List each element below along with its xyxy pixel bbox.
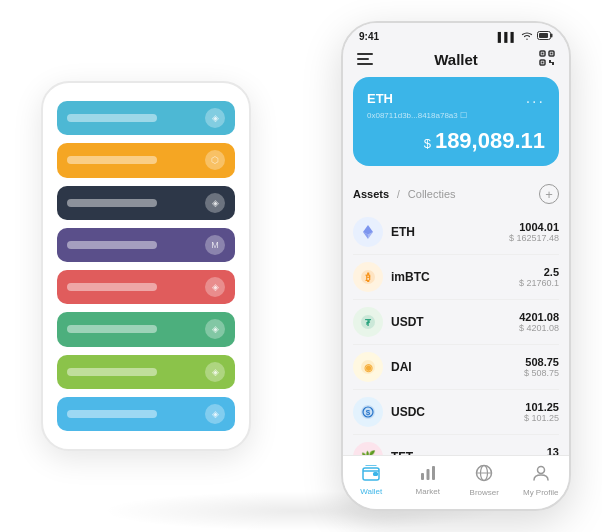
asset-item-eth[interactable]: ETH 1004.01 $ 162517.48 xyxy=(353,210,559,255)
card-text-3 xyxy=(67,199,157,207)
card-text-5 xyxy=(67,283,157,291)
wallet-card-1[interactable]: ◈ xyxy=(57,101,235,135)
card-icon-1: ◈ xyxy=(205,108,225,128)
tft-amounts: 13 0 xyxy=(547,446,559,455)
svg-rect-1 xyxy=(539,33,548,38)
card-text-6 xyxy=(67,325,157,333)
usdc-usd: $ 101.25 xyxy=(524,413,559,423)
eth-usd: $ 162517.48 xyxy=(509,233,559,243)
usdc-amounts: 101.25 $ 101.25 xyxy=(524,401,559,423)
svg-text:₿: ₿ xyxy=(365,272,371,283)
assets-header: Assets / Collecties + xyxy=(353,176,559,210)
imbtc-asset-name: imBTC xyxy=(391,270,519,284)
svg-rect-25 xyxy=(373,472,378,476)
status-time: 9:41 xyxy=(359,31,379,42)
menu-icon[interactable] xyxy=(357,51,373,69)
wallet-card-4[interactable]: M xyxy=(57,228,235,262)
svg-rect-27 xyxy=(426,469,429,480)
asset-item-imbtc[interactable]: ₿ imBTC 2.5 $ 21760.1 xyxy=(353,255,559,300)
imbtc-coin-icon: ₿ xyxy=(353,262,383,292)
dai-usd: $ 508.75 xyxy=(524,368,559,378)
browser-nav-icon xyxy=(475,464,493,486)
usdc-amount: 101.25 xyxy=(524,401,559,413)
wallet-card-5[interactable]: ◈ xyxy=(57,270,235,304)
scene: ◈ ⬡ ◈ M ◈ ◈ ◈ ◈ xyxy=(11,11,591,521)
eth-coin-icon xyxy=(353,217,383,247)
wifi-icon xyxy=(521,31,533,42)
market-nav-icon xyxy=(419,465,437,485)
profile-nav-icon xyxy=(532,464,550,486)
market-nav-label: Market xyxy=(416,487,440,496)
battery-icon xyxy=(537,31,553,42)
add-asset-button[interactable]: + xyxy=(539,184,559,204)
svg-rect-5 xyxy=(357,63,373,65)
wallet-card-7[interactable]: ◈ xyxy=(57,355,235,389)
profile-nav-label: My Profile xyxy=(523,488,559,497)
card-icon-4: M xyxy=(205,235,225,255)
eth-address: 0x08711d3b...8418a78a3 ☐ xyxy=(367,111,545,120)
usdt-amounts: 4201.08 $ 4201.08 xyxy=(519,311,559,333)
currency-symbol: $ xyxy=(424,136,431,151)
dai-amounts: 508.75 $ 508.75 xyxy=(524,356,559,378)
nav-market[interactable]: Market xyxy=(406,465,450,496)
card-text-1 xyxy=(67,114,157,122)
card-icon-2: ⬡ xyxy=(205,150,225,170)
nav-profile[interactable]: My Profile xyxy=(519,464,563,497)
bottom-nav: Wallet Market Browser My Profile xyxy=(343,455,569,509)
svg-rect-9 xyxy=(542,53,544,55)
wallet-card-6[interactable]: ◈ xyxy=(57,312,235,346)
wallet-nav-label: Wallet xyxy=(360,487,382,496)
card-icon-7: ◈ xyxy=(205,362,225,382)
imbtc-amount: 2.5 xyxy=(519,266,559,278)
wallet-card-8[interactable]: ◈ xyxy=(57,397,235,431)
scan-icon[interactable] xyxy=(539,50,555,69)
dai-asset-name: DAI xyxy=(391,360,524,374)
svg-rect-4 xyxy=(357,58,369,60)
signal-icon: ▌▌▌ xyxy=(498,32,517,42)
usdt-asset-name: USDT xyxy=(391,315,519,329)
tft-amount: 13 xyxy=(547,446,559,455)
svg-rect-11 xyxy=(542,62,544,64)
eth-card[interactable]: ETH ... 0x08711d3b...8418a78a3 ☐ $189,08… xyxy=(353,77,559,166)
nav-browser[interactable]: Browser xyxy=(462,464,506,497)
svg-rect-26 xyxy=(421,473,424,480)
card-text-8 xyxy=(67,410,157,418)
dai-coin-icon: ◉ xyxy=(353,352,383,382)
front-phone: 9:41 ▌▌▌ Wallet xyxy=(341,21,571,511)
phone-body: ETH ... 0x08711d3b...8418a78a3 ☐ $189,08… xyxy=(343,77,569,455)
eth-asset-name: ETH xyxy=(391,225,509,239)
wallet-card-3[interactable]: ◈ xyxy=(57,186,235,220)
eth-label: ETH xyxy=(367,91,393,106)
asset-item-usdc[interactable]: $ USDC 101.25 $ 101.25 xyxy=(353,390,559,435)
svg-rect-3 xyxy=(357,53,373,55)
asset-item-dai[interactable]: ◉ DAI 508.75 $ 508.75 xyxy=(353,345,559,390)
imbtc-amounts: 2.5 $ 21760.1 xyxy=(519,266,559,288)
tft-coin-icon: 🌿 xyxy=(353,442,383,455)
nav-wallet[interactable]: Wallet xyxy=(349,465,393,496)
eth-amounts: 1004.01 $ 162517.48 xyxy=(509,221,559,243)
card-icon-3: ◈ xyxy=(205,193,225,213)
wallet-card-2[interactable]: ⬡ xyxy=(57,143,235,177)
svg-rect-2 xyxy=(551,34,553,38)
eth-dots[interactable]: ... xyxy=(526,89,545,107)
balance-amount: 189,089.11 xyxy=(435,128,545,153)
eth-balance: $189,089.11 xyxy=(367,128,545,154)
svg-rect-28 xyxy=(432,466,435,480)
svg-text:$: $ xyxy=(366,408,371,417)
usdt-usd: $ 4201.08 xyxy=(519,323,559,333)
dai-amount: 508.75 xyxy=(524,356,559,368)
usdt-coin-icon: ₮ xyxy=(353,307,383,337)
tab-collecties[interactable]: Collecties xyxy=(408,188,456,200)
asset-item-usdt[interactable]: ₮ USDT 4201.08 $ 4201.08 xyxy=(353,300,559,345)
browser-nav-label: Browser xyxy=(470,488,499,497)
asset-item-tft[interactable]: 🌿 TFT 13 0 xyxy=(353,435,559,455)
usdt-amount: 4201.08 xyxy=(519,311,559,323)
svg-rect-10 xyxy=(551,53,553,55)
phone-header: Wallet xyxy=(343,46,569,77)
status-icons: ▌▌▌ xyxy=(498,31,553,42)
eth-amount: 1004.01 xyxy=(509,221,559,233)
card-text-2 xyxy=(67,156,157,164)
assets-tabs: Assets / Collecties xyxy=(353,188,456,200)
tab-assets[interactable]: Assets xyxy=(353,188,389,200)
svg-text:◉: ◉ xyxy=(364,362,373,373)
